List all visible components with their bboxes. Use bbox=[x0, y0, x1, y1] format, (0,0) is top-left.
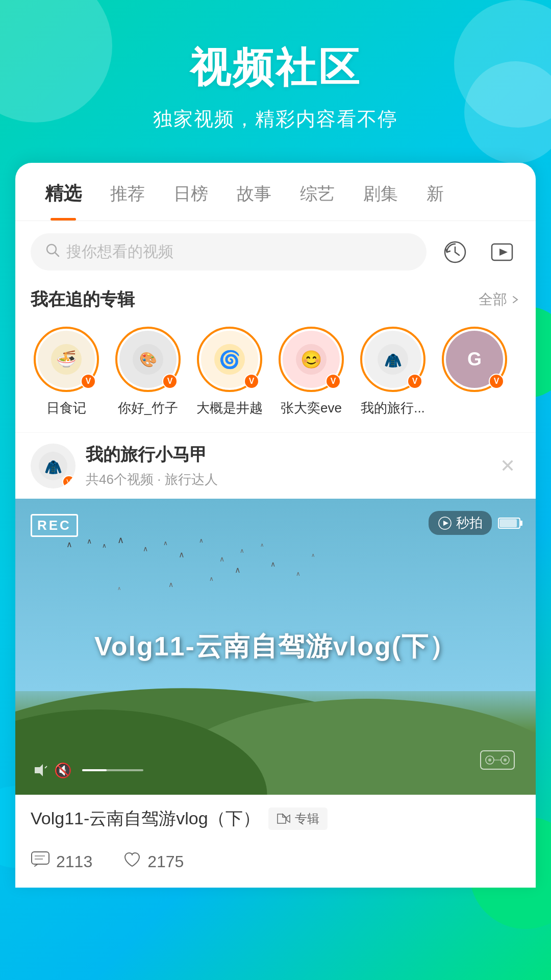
avatar-ring-jingyue: 🌀 V bbox=[197, 327, 262, 392]
svg-point-31 bbox=[504, 758, 507, 762]
video-thumbnail[interactable]: ∧ ∧ ∧ ∧ ∧ ∧ ∧ ∧ ∧ ∧ ∧ ∧ ∧ ∧ ∧ ∧ ∧ ∧ bbox=[15, 499, 536, 795]
likes-count: 2175 bbox=[147, 852, 184, 871]
video-volume-control[interactable]: 🔇 bbox=[31, 761, 143, 779]
video-birds: ∧ ∧ ∧ ∧ ∧ ∧ ∧ ∧ ∧ ∧ ∧ ∧ ∧ ∧ ∧ ∧ ∧ ∧ bbox=[15, 529, 536, 631]
channel-name: 我的旅行小马甲 bbox=[86, 443, 495, 467]
tab-zongyi[interactable]: 综艺 bbox=[286, 164, 349, 220]
svg-text:🧥: 🧥 bbox=[44, 459, 62, 476]
tab-ribang[interactable]: 日榜 bbox=[159, 164, 222, 220]
avatar-name-zhuzhu: 你好_竹子 bbox=[118, 399, 178, 417]
avatar-list: 🍜 V 日食记 🎨 V 你好_竹子 bbox=[15, 322, 536, 432]
main-card: 精选 推荐 日榜 故事 综艺 剧集 新 搜你想看 bbox=[15, 163, 536, 888]
svg-line-26 bbox=[45, 766, 47, 768]
svg-marker-4 bbox=[499, 249, 508, 256]
v-badge-rishiji: V bbox=[81, 374, 96, 389]
tab-gushi[interactable]: 故事 bbox=[222, 164, 286, 220]
svg-line-1 bbox=[55, 253, 59, 256]
avatar-ring-lxing: 🧥 V bbox=[360, 327, 425, 392]
v-badge-lxing: V bbox=[407, 374, 422, 389]
svg-marker-35 bbox=[287, 815, 290, 822]
search-icon bbox=[45, 242, 60, 261]
v-badge-zhuzhu: V bbox=[162, 374, 178, 389]
likes-stat[interactable]: 2175 bbox=[123, 851, 184, 872]
avatar-ring-zhuzhu: 🎨 V bbox=[115, 327, 181, 392]
rec-box: REC bbox=[31, 514, 78, 537]
video-title-overlay: Volg11-云南自驾游vlog(下） bbox=[94, 629, 457, 665]
avatar-item-g[interactable]: G V ... bbox=[439, 327, 510, 417]
page-subtitle: 独家视频，精彩内容看不停 bbox=[0, 106, 551, 132]
svg-text:🍜: 🍜 bbox=[56, 349, 77, 369]
v-badge-jingyue: V bbox=[244, 374, 259, 389]
video-browse-icon-button[interactable] bbox=[484, 234, 520, 271]
video-progress-bar bbox=[82, 769, 143, 771]
miao-label: 秒拍 bbox=[456, 514, 483, 532]
avatar-name-jingyue: 大概是井越 bbox=[196, 399, 263, 417]
svg-rect-24 bbox=[499, 519, 517, 527]
channel-avatar: 🧥 V bbox=[31, 444, 76, 488]
tab-juji[interactable]: 剧集 bbox=[349, 164, 412, 220]
svg-rect-23 bbox=[520, 521, 522, 526]
tab-new[interactable]: 新 bbox=[412, 164, 458, 220]
video-cassette-icon bbox=[480, 747, 515, 774]
mute-indicator: 🔇 bbox=[54, 762, 72, 779]
search-bar-area: 搜你想看的视频 bbox=[15, 221, 536, 283]
comments-count: 2113 bbox=[56, 852, 92, 871]
avatar-name-lxing: 我的旅行... bbox=[361, 399, 425, 417]
avatar-name-rishiji: 日食记 bbox=[46, 399, 86, 417]
svg-text:🎨: 🎨 bbox=[139, 351, 157, 368]
svg-rect-36 bbox=[32, 852, 49, 864]
svg-text:😊: 😊 bbox=[300, 349, 322, 370]
v-badge-g: V bbox=[489, 374, 504, 389]
video-title: Volg11-云南自驾游vlog（下） bbox=[31, 807, 260, 830]
avatar-item-zhangdayi[interactable]: 😊 V 张大奕eve bbox=[276, 327, 347, 417]
channel-v-badge: V bbox=[62, 475, 76, 488]
tab-tuijian[interactable]: 推荐 bbox=[96, 164, 159, 220]
svg-text:🌀: 🌀 bbox=[219, 349, 241, 370]
page-title: 视频社区 bbox=[0, 41, 551, 96]
channel-close-button[interactable]: ✕ bbox=[495, 453, 520, 479]
avatar-name-zhangdayi: 张大奕eve bbox=[281, 399, 342, 417]
channel-meta: 共46个视频 · 旅行达人 bbox=[86, 471, 495, 488]
avatar-ring-g: G V bbox=[442, 327, 507, 392]
like-icon bbox=[123, 851, 141, 872]
video-meta: Volg11-云南自驾游vlog（下） 专辑 bbox=[15, 795, 536, 846]
search-placeholder: 搜你想看的视频 bbox=[66, 241, 173, 262]
battery-icon bbox=[498, 517, 523, 530]
comments-stat[interactable]: 2113 bbox=[31, 851, 92, 872]
avatar-item-lxing[interactable]: 🧥 V 我的旅行... bbox=[357, 327, 429, 417]
video-title-row: Volg11-云南自驾游vlog（下） 专辑 bbox=[31, 807, 520, 830]
search-input-wrap[interactable]: 搜你想看的视频 bbox=[31, 233, 427, 271]
miao-badge: 秒拍 bbox=[429, 511, 492, 535]
avatar-ring-zhangdayi: 😊 V bbox=[279, 327, 344, 392]
video-rec-indicator: REC bbox=[31, 514, 78, 537]
video-progress-fill bbox=[82, 769, 107, 771]
header: 视频社区 独家视频，精彩内容看不停 bbox=[0, 0, 551, 163]
tab-jingxuan[interactable]: 精选 bbox=[31, 163, 96, 220]
comment-icon bbox=[31, 851, 50, 872]
video-stats: 2113 2175 bbox=[15, 846, 536, 888]
avatar-ring-rishiji: 🍜 V bbox=[34, 327, 99, 392]
svg-marker-21 bbox=[443, 521, 448, 526]
v-badge-zhangdayi: V bbox=[325, 374, 341, 389]
avatar-item-zhuzhu[interactable]: 🎨 V 你好_竹子 bbox=[112, 327, 184, 417]
svg-text:🧥: 🧥 bbox=[384, 352, 402, 369]
history-icon-button[interactable] bbox=[437, 234, 473, 271]
following-more-button[interactable]: 全部 bbox=[479, 290, 520, 309]
video-top-right: 秒拍 bbox=[429, 511, 523, 535]
tabs-row: 精选 推荐 日榜 故事 综艺 剧集 新 bbox=[15, 163, 536, 221]
avatar-item-rishiji[interactable]: 🍜 V 日食记 bbox=[31, 327, 102, 417]
avatar-item-jingyue[interactable]: 🌀 V 大概是井越 bbox=[194, 327, 265, 417]
following-section-header: 我在追的专辑 全部 bbox=[15, 283, 536, 322]
svg-marker-34 bbox=[283, 814, 286, 817]
svg-marker-25 bbox=[35, 764, 43, 776]
channel-text-info: 我的旅行小马甲 共46个视频 · 旅行达人 bbox=[86, 443, 495, 488]
channel-info-card: 🧥 V 我的旅行小马甲 共46个视频 · 旅行达人 ✕ bbox=[15, 432, 536, 499]
svg-point-30 bbox=[488, 758, 491, 762]
album-badge[interactable]: 专辑 bbox=[268, 807, 328, 830]
rec-text: REC bbox=[37, 518, 71, 533]
following-title: 我在追的专辑 bbox=[31, 288, 135, 311]
